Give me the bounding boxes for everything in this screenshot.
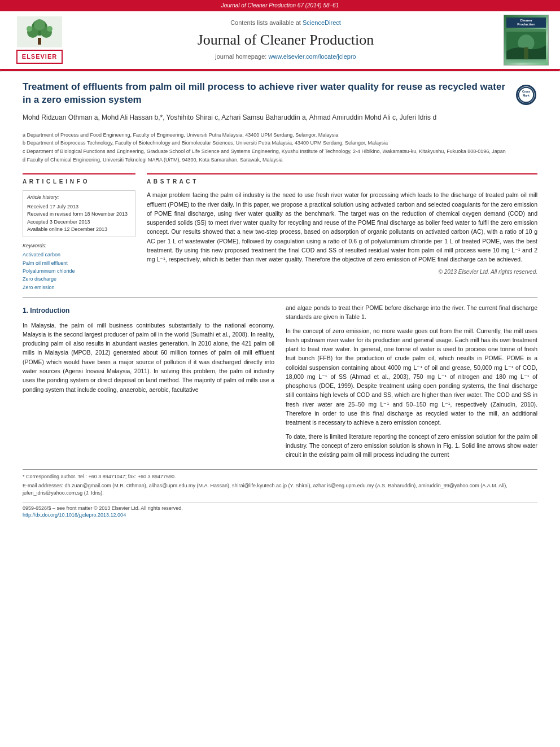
abstract-column: A B S T R A C T A major problem facing t… — [147, 173, 537, 291]
crossmark-svg: Cross Mark — [518, 85, 535, 105]
abstract-heading: A B S T R A C T — [147, 178, 537, 186]
issn-line: 0959-6526/$ – see front matter © 2013 El… — [23, 505, 537, 512]
sciencedirect-prefix: Contents lists available at — [230, 19, 303, 26]
journal-title: Journal of Cleaner Production — [73, 30, 498, 50]
affiliation-a: a Department of Process and Food Enginee… — [23, 132, 537, 139]
body-left-column: 1. Introduction In Malaysia, the palm oi… — [23, 303, 274, 464]
keywords-title: Keywords: — [23, 242, 135, 250]
sciencedirect-link[interactable]: ScienceDirect — [303, 19, 341, 26]
keyword-3[interactable]: Polyaluminium chloride — [23, 267, 135, 275]
cover-title-line2: Production — [507, 23, 545, 27]
cover-title: Cleaner Production — [506, 18, 546, 28]
banner-text: Journal of Cleaner Production 67 (2014) … — [221, 2, 339, 8]
journal-cover-image: Cleaner Production — [504, 15, 549, 65]
footnotes-section: * Corresponding author. Tel.: +60 3 8947… — [23, 469, 537, 497]
bottom-bar: 0959-6526/$ – see front matter © 2013 El… — [23, 502, 537, 519]
elsevier-logo-area: ELSEVIER — [6, 16, 73, 64]
doi-line: http://dx.doi.org/10.1016/j.jclepro.2013… — [23, 512, 537, 519]
keyword-5[interactable]: Zero emission — [23, 283, 135, 291]
crossmark-badge: Cross Mark — [516, 85, 536, 105]
body-col1-p1: In Malaysia, the palm oil mill business … — [23, 321, 274, 394]
svg-point-7 — [47, 26, 53, 32]
svg-rect-1 — [38, 38, 41, 45]
crossmark-area[interactable]: Cross Mark — [515, 84, 537, 106]
section-divider — [23, 297, 537, 298]
journal-cover-area: Cleaner Production — [498, 15, 554, 65]
homepage-line: journal homepage: www.elsevier.com/locat… — [73, 53, 498, 61]
corresponding-footnote: * Corresponding author. Tel.: +60 3 8947… — [23, 473, 537, 481]
sciencedirect-line: Contents lists available at ScienceDirec… — [73, 19, 498, 27]
affiliation-c: c Department of Biological Functions and… — [23, 148, 537, 155]
affiliations-section: a Department of Process and Food Enginee… — [0, 132, 560, 169]
revised-date: Received in revised form 18 November 201… — [27, 211, 131, 219]
received-date: Received 17 July 2013 — [27, 203, 131, 211]
keyword-2[interactable]: Palm oil mill effluent — [23, 259, 135, 267]
authors-text: Mohd Ridzuan Othman a, Mohd Ali Hassan b… — [23, 113, 436, 121]
cover-title-line1: Cleaner — [507, 19, 545, 23]
doi-link[interactable]: http://dx.doi.org/10.1016/j.jclepro.2013… — [23, 512, 126, 518]
paper-title-section: Treatment of effluents from palm oil mil… — [23, 81, 506, 126]
affiliation-d: d Faculty of Chemical Engineering, Unive… — [23, 156, 537, 164]
svg-point-6 — [27, 26, 32, 32]
svg-point-5 — [34, 19, 45, 30]
journal-banner: Journal of Cleaner Production 67 (2014) … — [0, 0, 560, 11]
keywords-box: Keywords: Activated carbon Palm oil mill… — [23, 242, 135, 291]
elsevier-tree-graphic — [17, 16, 62, 47]
affiliation-b: b Department of Bioprocess Technology, F… — [23, 139, 537, 147]
paper-title: Treatment of effluents from palm oil mil… — [23, 81, 506, 107]
article-info-column: A R T I C L E I N F O Article history: R… — [23, 173, 135, 291]
svg-text:Mark: Mark — [523, 94, 530, 97]
body-col2-p3: To date, there is limited literature rep… — [286, 432, 537, 460]
email-footnote: E-mail addresses: dh.zuan@gmail.com (M.R… — [23, 482, 537, 497]
email-label: E-mail addresses: — [23, 483, 63, 488]
body-right-column: and algae ponds to treat their POME befo… — [286, 303, 537, 464]
body-col2-p2: In the concept of zero emission, no more… — [286, 326, 537, 427]
journal-header: ELSEVIER Contents lists available at Sci… — [0, 11, 560, 70]
history-title: Article history: — [27, 194, 131, 202]
cover-landscape — [506, 29, 546, 63]
authors-line: Mohd Ridzuan Othman a, Mohd Ali Hassan b… — [23, 112, 506, 123]
svg-rect-10 — [524, 47, 528, 59]
journal-title-area: Contents lists available at ScienceDirec… — [73, 19, 498, 61]
abstract-text: A major problem facing the palm oil indu… — [147, 190, 537, 264]
article-info-heading: A R T I C L E I N F O — [23, 178, 135, 186]
elsevier-wordmark: ELSEVIER — [16, 50, 63, 64]
cover-svg — [506, 29, 546, 63]
accepted-date: Accepted 3 December 2013 — [27, 219, 131, 226]
copyright-notice: © 2013 Elsevier Ltd. All rights reserved… — [147, 268, 537, 276]
paper-header: Treatment of effluents from palm oil mil… — [0, 72, 560, 132]
keyword-1[interactable]: Activated carbon — [23, 251, 135, 259]
body-col2-p1: and algae ponds to treat their POME befo… — [286, 303, 537, 322]
body-section: 1. Introduction In Malaysia, the palm oi… — [0, 303, 560, 464]
article-info-abstract-section: A R T I C L E I N F O Article history: R… — [0, 169, 560, 291]
section1-heading: 1. Introduction — [23, 305, 274, 316]
available-date: Available online 12 December 2013 — [27, 226, 131, 234]
article-history-box: Article history: Received 17 July 2013 R… — [23, 190, 135, 237]
homepage-prefix: journal homepage: — [215, 53, 268, 60]
svg-text:Cross: Cross — [522, 90, 530, 93]
keyword-4[interactable]: Zero discharge — [23, 275, 135, 283]
homepage-url[interactable]: www.elsevier.com/locate/jclepro — [268, 53, 356, 60]
email-addresses: dh.zuan@gmail.com (M.R. Othman), alihas@… — [23, 483, 508, 496]
